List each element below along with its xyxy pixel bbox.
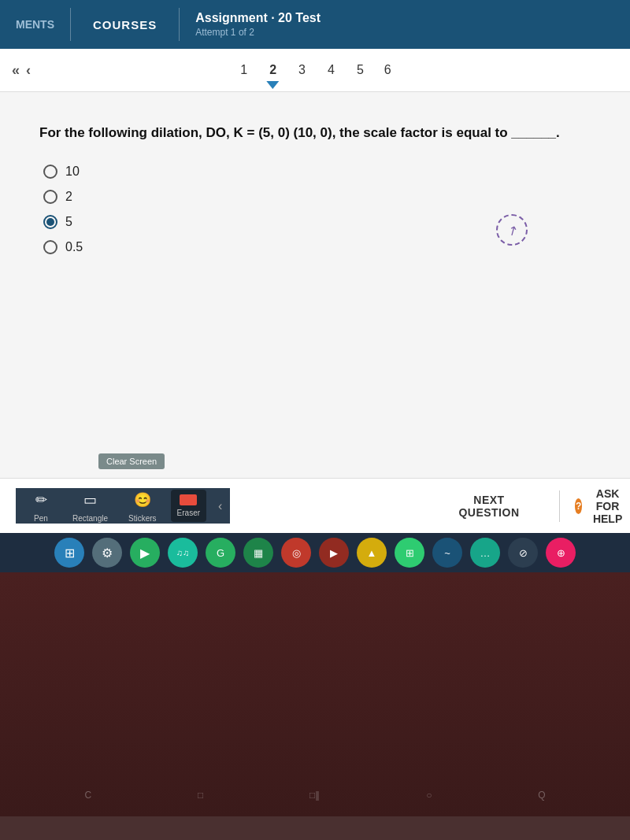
q-num-more: 6 [384, 63, 391, 77]
option-10[interactable]: 10 [43, 165, 591, 179]
ask-for-help-button[interactable]: ? ASK FOR HELP [575, 487, 627, 525]
label-10: 10 [65, 165, 80, 179]
key-box2: □‖ [309, 790, 320, 801]
taskbar-docs[interactable]: G [206, 538, 235, 568]
eraser-icon [180, 494, 197, 505]
radio-05[interactable] [43, 240, 57, 254]
radio-2[interactable] [43, 190, 57, 204]
keyboard-hint: C □ □‖ ○ Q [0, 790, 630, 801]
q-num-3[interactable]: 3 [297, 59, 307, 81]
taskbar-play[interactable]: ▶ [130, 538, 160, 568]
radio-5[interactable] [43, 215, 57, 229]
next-question-button[interactable]: NEXT QUESTION [458, 494, 519, 519]
taskbar-app[interactable]: ⊕ [546, 538, 576, 568]
pen-label: Pen [34, 514, 48, 523]
courses-label: COURSES [93, 18, 157, 31]
collapse-icon[interactable]: ‹ [218, 499, 222, 513]
taskbar: ⊞ ⚙ ▶ ♫♫ G ▦ ◎ ▶ ▲ ⊞ ~ … ⊘ ⊕ [0, 533, 630, 572]
taskbar-sheets[interactable]: ⊞ [395, 538, 424, 568]
taskbar-forms[interactable]: ▦ [243, 538, 273, 568]
nav-double-arrow[interactable]: « [12, 62, 20, 79]
eraser-label: Eraser [177, 509, 200, 517]
taskbar-extra[interactable]: … [470, 538, 500, 568]
taskbar-drive[interactable]: ▲ [357, 538, 387, 568]
taskbar-security[interactable]: ⊘ [508, 538, 538, 568]
taskbar-chrome[interactable]: ◎ [281, 538, 311, 568]
assignment-subtitle: Attempt 1 of 2 [195, 27, 321, 38]
cursor-arrow-icon: ↗ [504, 221, 521, 239]
key-box1: □ [198, 790, 203, 801]
taskbar-classroom[interactable]: ~ [432, 538, 462, 568]
label-05: 0.5 [65, 240, 83, 254]
taskbar-meet[interactable]: ▶ [319, 538, 349, 568]
pen-icon: ✏ [30, 489, 52, 511]
top-bar: MENTS COURSES Assignment · 20 Test Attem… [0, 0, 630, 49]
tool-rectangle[interactable]: ▭ Rectangle [66, 484, 114, 527]
ask-for-help-label: ASK FOR HELP [588, 487, 627, 525]
label-5: 5 [65, 215, 72, 229]
ments-label: MENTS [16, 18, 54, 31]
clear-screen-button[interactable]: Clear Screen [98, 453, 165, 469]
option-2[interactable]: 2 [43, 190, 591, 204]
question-text: For the following dilation, DO, K = (5, … [39, 124, 591, 142]
q-num-1[interactable]: 1 [239, 59, 249, 81]
stickers-icon: 😊 [132, 489, 154, 511]
cursor-indicator: ↗ [496, 214, 528, 246]
q-num-4[interactable]: 4 [326, 59, 336, 81]
assignment-title: Assignment · 20 Test [195, 11, 321, 25]
radio-5-inner [46, 218, 54, 226]
label-2: 2 [65, 190, 72, 204]
bottom-toolbar: Clear Screen ✏ Pen ▭ Rectangle 😊 Sticker… [0, 478, 630, 533]
question-nav-bar: « ‹ 1 2 3 4 5 6 [0, 49, 630, 92]
drawing-tools-panel: ✏ Pen ▭ Rectangle 😊 Stickers Eraser ‹ [16, 488, 230, 524]
tool-pen[interactable]: ✏ Pen [24, 484, 58, 527]
help-icon: ? [575, 498, 582, 514]
key-c: C [84, 790, 91, 801]
key-circle: ○ [426, 790, 432, 801]
taskbar-home[interactable]: ⊞ [54, 538, 84, 568]
tool-stickers[interactable]: 😊 Stickers [122, 484, 163, 527]
tool-eraser[interactable]: Eraser [171, 490, 206, 522]
stickers-label: Stickers [128, 514, 157, 523]
q-num-5[interactable]: 5 [355, 59, 365, 81]
taskbar-settings[interactable]: ⚙ [92, 538, 122, 568]
nav-single-arrow[interactable]: ‹ [26, 62, 31, 79]
radio-10[interactable] [43, 165, 57, 179]
q-num-2[interactable]: 2 [268, 59, 278, 81]
rectangle-label: Rectangle [72, 514, 108, 523]
key-q: Q [538, 790, 545, 801]
nav-assignment: Assignment · 20 Test Attempt 1 of 2 [180, 0, 336, 49]
rectangle-icon: ▭ [80, 489, 102, 511]
toolbar-divider [559, 490, 560, 522]
nav-courses[interactable]: COURSES [71, 0, 179, 49]
nav-ments: MENTS [0, 0, 70, 49]
taskbar-music[interactable]: ♫♫ [168, 538, 198, 568]
desktop-area: C □ □‖ ○ Q [0, 572, 630, 816]
question-numbers: 1 2 3 4 5 6 [239, 59, 391, 81]
main-content: For the following dilation, DO, K = (5, … [0, 92, 630, 478]
